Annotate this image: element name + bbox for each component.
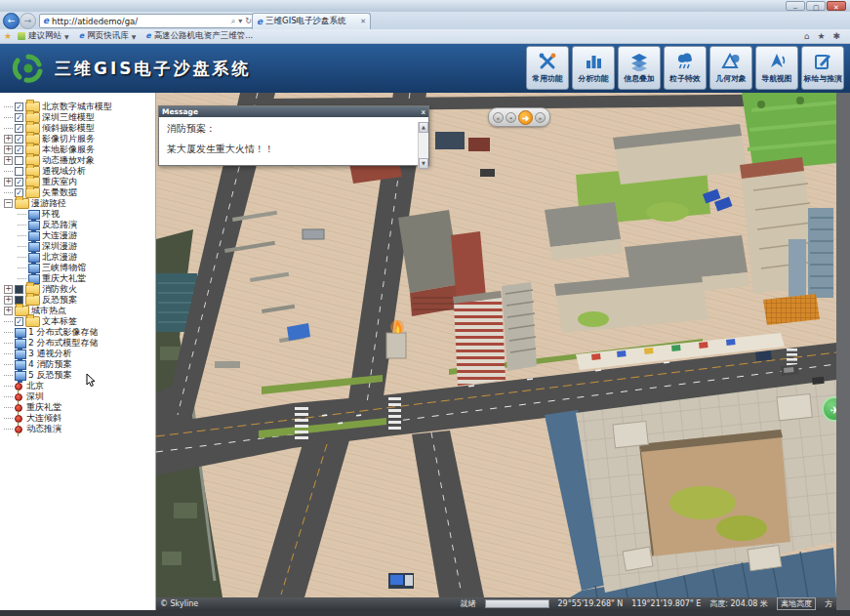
pin-icon <box>15 383 22 390</box>
expand-plus-icon[interactable]: + <box>4 135 13 144</box>
monitor-icon <box>28 242 40 252</box>
copyright-label: © Skyline <box>160 599 198 608</box>
collapse-minus-icon[interactable]: − <box>4 199 13 208</box>
expand-plus-icon[interactable]: + <box>4 307 13 315</box>
maximize-button[interactable]: ▢ <box>806 1 826 11</box>
status-bar: © Skyline 就绪 29°55'19.268" N 119°21'19.8… <box>156 597 836 610</box>
desktop-edge-strip <box>836 93 850 616</box>
tree-item[interactable]: −漫游路径 <box>0 198 155 209</box>
message-scrollbar[interactable]: ▲ ▼ <box>418 122 428 169</box>
tree-item[interactable]: 5 反恐预案 <box>0 370 155 381</box>
expand-plus-icon[interactable]: + <box>4 145 13 154</box>
message-line2: 某大厦发生重大火情！！ <box>159 143 428 156</box>
refresh-icon[interactable]: ↻ <box>245 17 252 26</box>
message-titlebar[interactable]: Message x <box>159 106 428 117</box>
latitude-value: 29°55'19.268" N <box>558 599 624 608</box>
favorite-item-label: 网页快讯库 <box>87 30 129 42</box>
分析功能-button[interactable]: 分析功能 <box>572 46 615 90</box>
favorites-bar: ★ 建议网站▼e网页快讯库▼e高速公路机电资产三维管... ⌂ ★ ✱ <box>0 29 850 44</box>
message-close-icon[interactable]: x <box>421 108 425 116</box>
favorite-item[interactable]: 建议网站▼ <box>18 30 69 42</box>
tree-item[interactable]: 环视 <box>0 209 155 220</box>
layer-tree-panel[interactable]: ✓北京数字城市模型✓深圳三维模型✓倾斜摄影模型+✓影像切片服务+✓本地影像服务+… <box>0 93 156 610</box>
skip-start-icon[interactable]: « <box>493 112 504 123</box>
tree-item[interactable]: 大连漫游 <box>0 230 155 241</box>
tree-item[interactable]: 通视域分析 <box>0 166 155 177</box>
play-icon[interactable]: ➜ <box>518 110 533 125</box>
checkbox-checked[interactable]: ✓ <box>15 135 23 144</box>
tree-item[interactable]: +消防救火 <box>0 284 155 295</box>
monitor-icon <box>15 371 26 381</box>
tree-item[interactable]: 2 分布式模型存储 <box>0 338 155 349</box>
tree-item[interactable]: +城市热点 <box>0 306 155 316</box>
app-header: 三维GIS电子沙盘系统 常用功能分析功能信息叠加粒子特效几何对象导航视图标绘与推… <box>0 44 850 94</box>
navigation-arrow-icon <box>767 51 787 72</box>
checkbox-checked[interactable]: ✓ <box>15 113 23 122</box>
scroll-down-icon[interactable]: ▼ <box>419 158 428 169</box>
skip-end-icon[interactable]: » <box>535 112 546 123</box>
标绘与推演-button[interactable]: 标绘与推演 <box>801 46 844 90</box>
flight-playback-control[interactable]: «▪➜» <box>488 107 550 127</box>
tree-item[interactable]: 反恐路演 <box>0 220 155 230</box>
tree-item-label[interactable]: 动态推演 <box>26 423 61 435</box>
常用功能-button[interactable]: 常用功能 <box>526 46 569 90</box>
layers-icon <box>629 51 649 72</box>
expand-plus-icon[interactable]: + <box>4 285 13 294</box>
tree-item[interactable]: 深圳 <box>0 391 155 402</box>
几何对象-button[interactable]: 几何对象 <box>709 46 752 90</box>
tree-item[interactable]: 动态推演 <box>0 424 155 434</box>
tree-item[interactable]: 3 通视分析 <box>0 349 155 359</box>
tree-connector <box>4 364 13 366</box>
home-icon[interactable]: ⌂ <box>804 31 810 41</box>
checkbox-checked[interactable]: ✓ <box>15 103 23 111</box>
tree-connector <box>4 332 13 334</box>
粒子特效-button[interactable]: 粒子特效 <box>664 46 707 90</box>
forward-button[interactable]: → <box>20 13 36 29</box>
tree-item[interactable]: 深圳漫游 <box>0 241 155 252</box>
expand-plus-icon[interactable]: + <box>4 178 13 186</box>
checkbox-checked[interactable]: ✓ <box>15 124 23 133</box>
tree-item[interactable]: 大连倾斜 <box>0 413 155 424</box>
minimize-button[interactable]: – <box>786 1 805 11</box>
search-icon[interactable]: ⌕ <box>231 17 235 26</box>
monitor-icon <box>28 210 40 220</box>
stop-icon[interactable]: ▪ <box>506 112 516 123</box>
agl-toggle[interactable]: 离地高度 <box>777 597 816 610</box>
folder-icon <box>15 198 29 209</box>
settings-gear-icon[interactable]: ✱ <box>832 31 840 41</box>
checkbox-checked[interactable]: ✓ <box>15 145 23 154</box>
checkbox-checked[interactable]: ✓ <box>15 178 23 186</box>
message-box[interactable]: Message x 消防预案： 某大厦发生重大火情！！ ▲ ▼ <box>158 105 429 166</box>
back-button[interactable]: ← <box>3 13 20 29</box>
导航视图-button[interactable]: 导航视图 <box>755 46 798 90</box>
expand-plus-icon[interactable]: + <box>4 296 13 305</box>
monitor-icon <box>28 253 40 263</box>
favorite-item[interactable]: e高速公路机电资产三维管... <box>145 30 253 42</box>
tab-close-icon[interactable]: ✕ <box>360 18 366 25</box>
checkbox-partial[interactable] <box>15 285 23 294</box>
close-button[interactable]: ✕ <box>827 1 846 11</box>
tree-connector <box>4 128 13 130</box>
tree-connector <box>18 235 26 237</box>
checkbox-unchecked[interactable] <box>15 167 23 176</box>
address-input[interactable]: e http://atidedemo/ga/ ⌕ ▾ ↻ <box>39 14 256 28</box>
browser-tab[interactable]: e 三维GIS电子沙盘系统 ✕ <box>252 13 371 29</box>
expand-plus-icon[interactable]: + <box>4 156 13 165</box>
favorite-item[interactable]: e网页快讯库▼ <box>79 30 137 42</box>
mouse-cursor <box>86 374 97 389</box>
add-favorite-star-icon[interactable]: ★ <box>4 31 12 41</box>
scroll-up-icon[interactable]: ▲ <box>419 122 428 133</box>
tree-item[interactable]: 北京 <box>0 381 155 391</box>
checkbox-checked[interactable]: ✓ <box>15 317 23 326</box>
tree-item[interactable]: 4 消防预案 <box>0 359 155 370</box>
checkbox-unchecked[interactable] <box>15 156 23 165</box>
tree-item[interactable]: 重庆礼堂 <box>0 402 155 413</box>
tree-item[interactable]: +✓重庆室内 <box>0 177 155 187</box>
tree-item[interactable]: 重庆大礼堂 <box>0 273 155 284</box>
folder-icon <box>25 187 40 198</box>
map-3d-view[interactable]: Message x 消防预案： 某大厦发生重大火情！！ ▲ ▼ «▪➜» ✈ <box>156 93 836 597</box>
favorites-star-icon[interactable]: ★ <box>817 31 825 41</box>
office-building-courtyard <box>545 380 836 597</box>
dropdown-caret-icon[interactable]: ▾ <box>238 17 242 26</box>
信息叠加-button[interactable]: 信息叠加 <box>618 46 661 90</box>
